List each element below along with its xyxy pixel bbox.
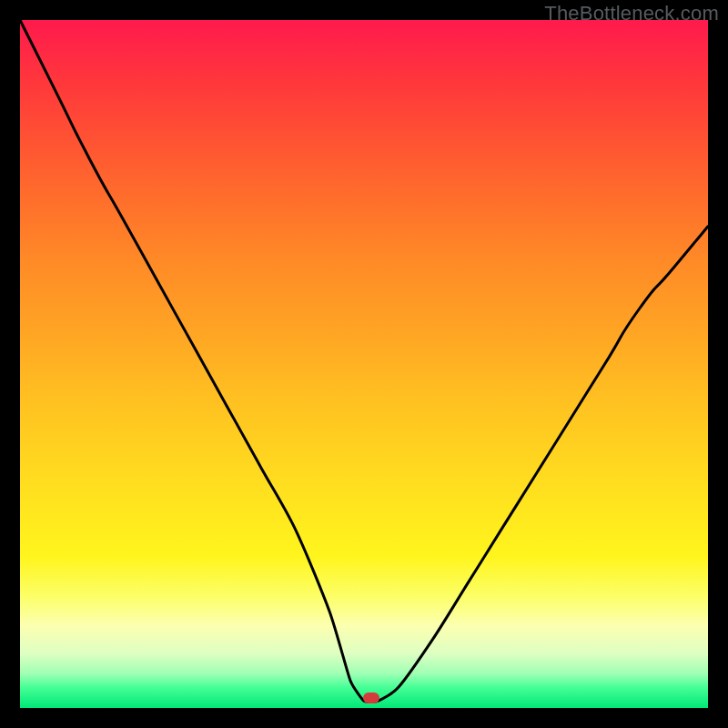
watermark-label: TheBottleneck.com: [544, 2, 719, 25]
bottleneck-curve: [20, 20, 708, 708]
plot-area: [20, 20, 708, 708]
optimal-point-marker: [363, 693, 379, 703]
chart-frame: TheBottleneck.com: [0, 0, 728, 728]
